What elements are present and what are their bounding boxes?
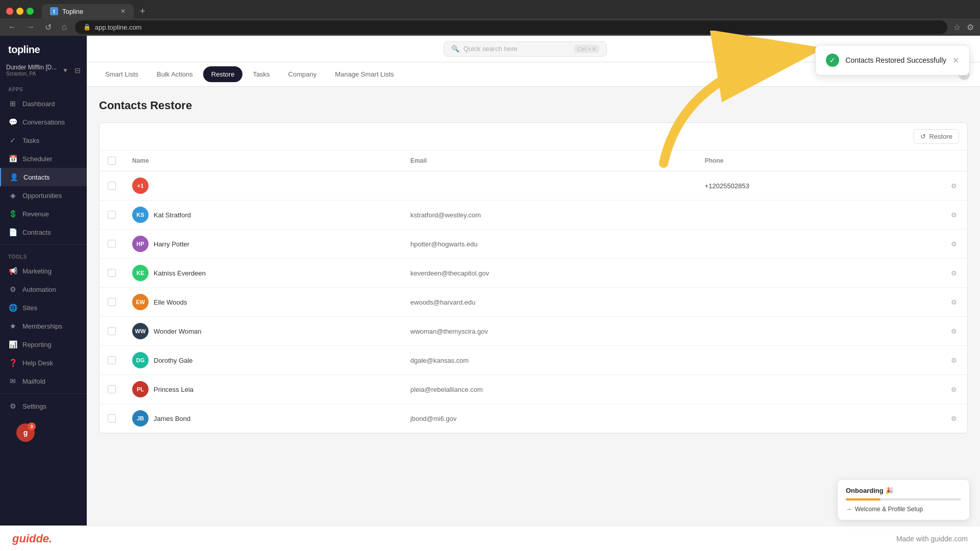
contact-name-link[interactable]: Elle Woods	[154, 298, 187, 306]
row-email-cell: pleia@rebelalliance.com	[402, 375, 697, 404]
th-email: Email	[402, 151, 697, 171]
row-action-button[interactable]: ⚙	[949, 355, 959, 366]
row-checkbox-cell	[100, 171, 124, 201]
row-checkbox[interactable]	[108, 182, 116, 190]
extensions-button[interactable]: ⚙	[967, 22, 974, 32]
sidebar-item-contracts[interactable]: 📄 Contracts	[0, 223, 87, 241]
traffic-light-yellow[interactable]	[16, 8, 23, 15]
row-action-button[interactable]: ⚙	[949, 180, 959, 192]
revenue-icon: 💲	[8, 209, 17, 218]
forward-button[interactable]: →	[24, 20, 37, 34]
row-action-button[interactable]: ⚙	[949, 384, 959, 395]
sidebar-item-scheduler[interactable]: 📅 Scheduler	[0, 149, 87, 168]
sidebar-item-automation[interactable]: ⚙ Automation	[0, 280, 87, 298]
browser-tab[interactable]: t Topline ✕	[42, 4, 134, 18]
tab-close-button[interactable]: ✕	[120, 8, 126, 15]
row-checkbox[interactable]	[108, 298, 116, 306]
sidebar-item-mailfold[interactable]: ✉ Mailfold	[0, 372, 87, 390]
tab-restore[interactable]: Restore	[203, 66, 243, 82]
sidebar-item-revenue[interactable]: 💲 Revenue	[0, 205, 87, 223]
contact-email[interactable]: keverdeen@thecapitol.gov	[410, 269, 489, 277]
layout-toggle-icon[interactable]: ⊟	[75, 66, 81, 74]
contact-email[interactable]: wwoman@themyscira.gov	[410, 328, 488, 335]
contact-email[interactable]: ewoods@harvard.edu	[410, 298, 475, 306]
traffic-light-red[interactable]	[6, 8, 13, 15]
toast-message: Contacts Restored Successfully	[845, 56, 946, 64]
row-action-button[interactable]: ⚙	[949, 325, 959, 337]
tab-smart-lists[interactable]: Smart Lists	[97, 66, 146, 82]
contact-name-link[interactable]: Wonder Woman	[154, 328, 201, 335]
contracts-icon: 📄	[8, 228, 17, 237]
row-checkbox[interactable]	[108, 269, 116, 277]
th-checkbox	[100, 151, 124, 171]
row-action-button[interactable]: ⚙	[949, 413, 959, 424]
toast-close-button[interactable]: ✕	[952, 56, 959, 65]
sidebar-item-reporting[interactable]: 📊 Reporting	[0, 335, 87, 354]
sidebar-item-settings[interactable]: ⚙ Settings	[0, 397, 87, 415]
tab-tasks[interactable]: Tasks	[244, 66, 278, 82]
contact-email[interactable]: dgale@kansas.com	[410, 357, 469, 364]
row-checkbox[interactable]	[108, 211, 116, 219]
row-action-button[interactable]: ⚙	[949, 209, 959, 221]
contact-name-link[interactable]: Harry Potter	[154, 240, 189, 248]
contact-avatar: KS	[132, 207, 149, 223]
row-checkbox[interactable]	[108, 240, 116, 248]
row-checkbox-cell	[100, 346, 124, 375]
restore-button[interactable]: ↺ Restore	[914, 129, 959, 144]
sidebar-item-tasks[interactable]: ✓ Tasks	[0, 131, 87, 149]
row-phone-cell	[697, 404, 885, 433]
address-bar-lock-icon: 🔒	[83, 23, 91, 31]
contact-name-group: DG Dorothy Gale	[132, 352, 394, 368]
table-row: KS Kat Stratford kstratford@westley.com …	[100, 201, 967, 230]
avatar-badge: 3	[28, 422, 36, 431]
sidebar-item-marketing[interactable]: 📢 Marketing	[0, 262, 87, 280]
sidebar-item-help-desk[interactable]: ❓ Help Desk	[0, 354, 87, 372]
contact-email[interactable]: hpotter@hogwarts.edu	[410, 240, 478, 248]
row-actions: ⚙	[893, 209, 959, 221]
row-actions: ⚙	[893, 325, 959, 337]
new-tab-button[interactable]: +	[136, 4, 150, 19]
row-checkbox[interactable]	[108, 385, 116, 393]
tab-bulk-actions[interactable]: Bulk Actions	[149, 66, 201, 82]
traffic-light-green[interactable]	[27, 8, 34, 15]
onboarding-link[interactable]: → Welcome & Profile Setup	[846, 506, 961, 513]
sidebar-item-opportunities[interactable]: ◈ Opportunities	[0, 186, 87, 205]
refresh-button[interactable]: ↺	[43, 20, 54, 34]
sidebar-item-dashboard[interactable]: ⊞ Dashboard	[0, 94, 87, 113]
row-action-button[interactable]: ⚙	[949, 238, 959, 250]
contact-email[interactable]: jbond@mi6.gov	[410, 415, 457, 422]
contact-name-link[interactable]: Katniss Everdeen	[154, 269, 206, 277]
tab-manage-smart-lists[interactable]: Manage Smart Lists	[327, 66, 402, 82]
contact-name-link[interactable]: Kat Stratford	[154, 211, 191, 219]
contact-name-link[interactable]: Dorothy Gale	[154, 357, 193, 364]
contact-avatar: EW	[132, 294, 149, 310]
sidebar-brand: topline	[0, 36, 87, 60]
home-button[interactable]: ⌂	[60, 20, 69, 34]
sidebar-item-contacts[interactable]: 👤 Contacts	[0, 168, 87, 186]
bookmark-button[interactable]: ☆	[953, 22, 961, 32]
address-bar[interactable]: 🔒 app.topline.com	[75, 20, 947, 34]
select-all-checkbox[interactable]	[108, 157, 116, 165]
row-checkbox[interactable]	[108, 327, 116, 335]
user-avatar[interactable]: g 3	[16, 423, 35, 442]
contact-name-link[interactable]: James Bond	[154, 415, 190, 422]
sidebar-item-conversations[interactable]: 💬 Conversations	[0, 113, 87, 131]
sidebar-item-sites[interactable]: 🌐 Sites	[0, 298, 87, 317]
browser-toolbar: ← → ↺ ⌂ 🔒 app.topline.com ☆ ⚙	[0, 18, 980, 36]
contact-email[interactable]: pleia@rebelalliance.com	[410, 386, 483, 393]
tab-company[interactable]: Company	[280, 66, 325, 82]
row-checkbox[interactable]	[108, 414, 116, 422]
help-desk-icon: ❓	[8, 358, 17, 367]
sidebar-item-memberships[interactable]: ★ Memberships	[0, 317, 87, 335]
workspace-selector[interactable]: Dunder Mifflin [D... Scranton, PA ▼ ⊟	[0, 60, 87, 81]
row-action-button[interactable]: ⚙	[949, 267, 959, 279]
row-action-button[interactable]: ⚙	[949, 296, 959, 308]
row-checkbox[interactable]	[108, 356, 116, 364]
contact-email[interactable]: kstratford@westley.com	[410, 211, 481, 219]
contact-name-link[interactable]: Princess Leia	[154, 386, 193, 393]
sites-icon: 🌐	[8, 303, 17, 312]
search-input-wrap[interactable]: 🔍 Quick search here Ctrl + K	[444, 41, 607, 57]
sidebar-item-label-reporting: Reporting	[22, 341, 51, 348]
back-button[interactable]: ←	[6, 20, 18, 34]
address-bar-url: app.topline.com	[95, 23, 142, 31]
